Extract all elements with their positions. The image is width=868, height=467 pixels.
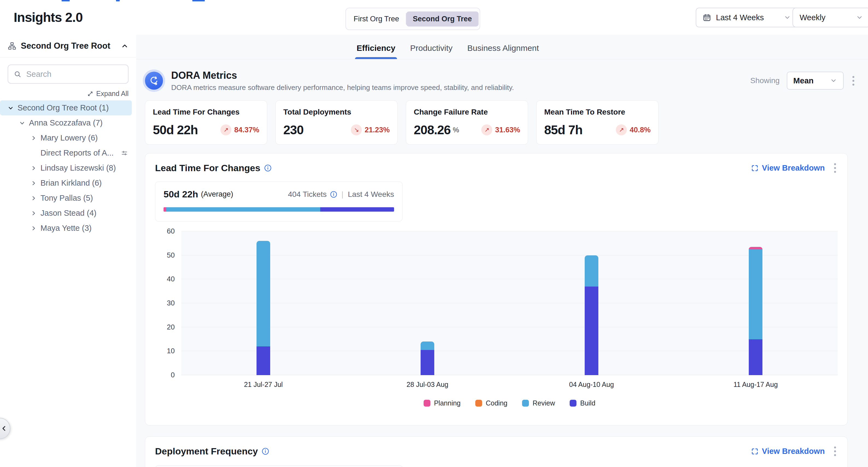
- date-range-value: Last 4 Weeks: [716, 13, 764, 22]
- chevron-right-icon[interactable]: [31, 165, 37, 171]
- trend-up-icon: ↗: [220, 124, 231, 135]
- tree-item-lindsay-liszewski-8[interactable]: Lindsay Liszewski (8): [0, 160, 132, 176]
- view-breakdown-button[interactable]: View Breakdown: [751, 163, 825, 173]
- tab-label: Efficiency: [355, 43, 397, 53]
- tab-bar: EfficiencyProductivityBusiness Alignment: [136, 35, 868, 59]
- dora-metric-cards: Lead Time For Changes50d 22h↗84.37%Total…: [145, 100, 658, 145]
- bar-segment-build: [585, 286, 598, 375]
- delta-badge: ↗31.63%: [481, 124, 520, 135]
- metric-card-value: 230: [283, 123, 304, 137]
- info-icon[interactable]: [264, 164, 272, 172]
- y-tick-label: 60: [155, 227, 175, 236]
- tickets-count: 404 Tickets: [288, 190, 327, 199]
- deployment-frequency-header: Deployment Frequency View Breakdown: [145, 437, 847, 458]
- x-tick-label: 28 Jul-03 Aug: [407, 381, 448, 388]
- sidebar-search: [8, 65, 128, 84]
- metric-card-label: Change Failure Rate: [414, 108, 520, 117]
- collapse-panel-icon[interactable]: [121, 42, 128, 50]
- delta-badge: ↘21.23%: [351, 124, 390, 135]
- org-toggle-second-org-tree[interactable]: Second Org Tree: [406, 11, 478, 27]
- tree-item-anna-scozzafava-7[interactable]: Anna Scozzafava (7): [0, 115, 132, 130]
- tree-item-label: Lindsay Liszewski (8): [40, 163, 116, 173]
- metric-card-value: 208.26: [414, 123, 451, 137]
- trend-up-icon: ↗: [481, 124, 492, 135]
- tree-item-maya-yette-3[interactable]: Maya Yette (3): [0, 221, 132, 236]
- legend-item-review[interactable]: Review: [522, 399, 555, 407]
- search-icon: [14, 70, 21, 78]
- expand-view-icon: [751, 447, 758, 455]
- tree-item-brian-kirkland-6[interactable]: Brian Kirkland (6): [0, 176, 132, 191]
- summary-value: 50d 22h: [163, 189, 198, 199]
- aggregation-select[interactable]: Mean: [787, 72, 844, 90]
- chevron-down-icon: [830, 77, 837, 84]
- tab-efficiency[interactable]: Efficiency: [355, 43, 397, 59]
- legend-swatch: [424, 400, 430, 407]
- gridline-30: [181, 303, 838, 303]
- stacked-bar-11-aug-17-aug: [749, 247, 763, 375]
- filter-sliders-icon[interactable]: [121, 150, 128, 157]
- granularity-select[interactable]: Weekly: [793, 8, 868, 27]
- legend-item-coding[interactable]: Coding: [475, 399, 507, 407]
- info-icon[interactable]: [330, 191, 337, 198]
- org-chart-icon: [8, 41, 17, 50]
- tab-productivity[interactable]: Productivity: [409, 43, 454, 59]
- metric-card-value-row: 208.26%↗31.63%: [414, 123, 520, 137]
- chevron-down-icon[interactable]: [19, 120, 25, 126]
- dora-title: DORA Metrics: [171, 70, 514, 81]
- view-breakdown-label: View Breakdown: [762, 163, 825, 173]
- expand-all-button[interactable]: Expand All: [8, 90, 128, 98]
- delta-value: 40.8%: [629, 126, 651, 134]
- tab-label: Business Alignment: [466, 43, 541, 53]
- info-icon[interactable]: [262, 447, 269, 455]
- tab-underline: [409, 57, 454, 59]
- tree-item-mary-lowery-6[interactable]: Mary Lowery (6): [0, 130, 132, 146]
- deployment-frequency-title: Deployment Frequency: [155, 446, 258, 457]
- y-tick-label: 0: [155, 371, 175, 379]
- tab-underline: [466, 57, 541, 59]
- chevron-down-icon[interactable]: [8, 105, 14, 111]
- chevron-right-icon[interactable]: [31, 210, 37, 216]
- tab-underline: [355, 57, 397, 59]
- view-breakdown-label: View Breakdown: [762, 447, 825, 456]
- dora-metrics-header: DORA Metrics DORA metrics measure softwa…: [145, 66, 856, 95]
- metric-card-label: Total Deployments: [283, 108, 390, 117]
- kebab-menu-icon[interactable]: [851, 74, 856, 87]
- y-tick-label: 50: [155, 251, 175, 259]
- y-tick-label: 20: [155, 323, 175, 332]
- tree-item-tony-pallas-5[interactable]: Tony Pallas (5): [0, 191, 132, 206]
- gridline-10: [181, 351, 838, 351]
- metric-card-total-deployments: Total Deployments230↘21.23%: [275, 100, 398, 145]
- legend-swatch: [522, 400, 529, 407]
- tab-business-alignment[interactable]: Business Alignment: [466, 43, 541, 59]
- tree-item-jason-stead-4[interactable]: Jason Stead (4): [0, 206, 132, 221]
- stacked-bar-04-aug-10-aug: [585, 255, 598, 375]
- chevron-right-icon[interactable]: [31, 180, 37, 186]
- dora-subtitle: DORA metrics measure software delivery p…: [171, 84, 514, 92]
- bar-segment-review: [256, 241, 270, 346]
- org-tree-sidebar: Second Org Tree Root Expand All Second O…: [0, 35, 136, 467]
- legend-item-build[interactable]: Build: [570, 399, 595, 407]
- metric-card-value-row: 85d 7h↗40.8%: [544, 123, 651, 137]
- view-breakdown-button[interactable]: View Breakdown: [751, 447, 825, 456]
- chart-legend: PlanningCodingReviewBuild: [181, 399, 838, 407]
- legend-label: Review: [532, 399, 555, 407]
- sidebar-header: Second Org Tree Root: [0, 35, 136, 57]
- legend-item-planning[interactable]: Planning: [424, 399, 461, 407]
- search-input[interactable]: [26, 69, 120, 79]
- metric-card-unit: %: [453, 126, 459, 134]
- delta-badge: ↗40.8%: [616, 124, 651, 135]
- metric-card-value-row: 230↘21.23%: [283, 123, 390, 137]
- tree-item-label: Direct Reports of A...: [40, 149, 114, 157]
- chevron-right-icon[interactable]: [31, 135, 37, 141]
- metric-card-change-failure-rate: Change Failure Rate208.26%↗31.63%: [406, 100, 528, 145]
- bar-segment-build: [421, 350, 434, 375]
- date-range-select[interactable]: Last 4 Weeks: [696, 8, 798, 27]
- org-toggle-first-org-tree[interactable]: First Org Tree: [347, 11, 406, 27]
- kebab-menu-icon[interactable]: [832, 445, 838, 458]
- tree-item-direct-reports-of-a[interactable]: Direct Reports of A...: [0, 146, 132, 160]
- tree-item-second-org-tree-root-1[interactable]: Second Org Tree Root (1): [0, 100, 132, 115]
- kebab-menu-icon[interactable]: [832, 162, 838, 175]
- chevron-right-icon[interactable]: [31, 195, 37, 201]
- chevron-right-icon[interactable]: [31, 225, 37, 231]
- trend-up-icon: ↗: [616, 124, 627, 135]
